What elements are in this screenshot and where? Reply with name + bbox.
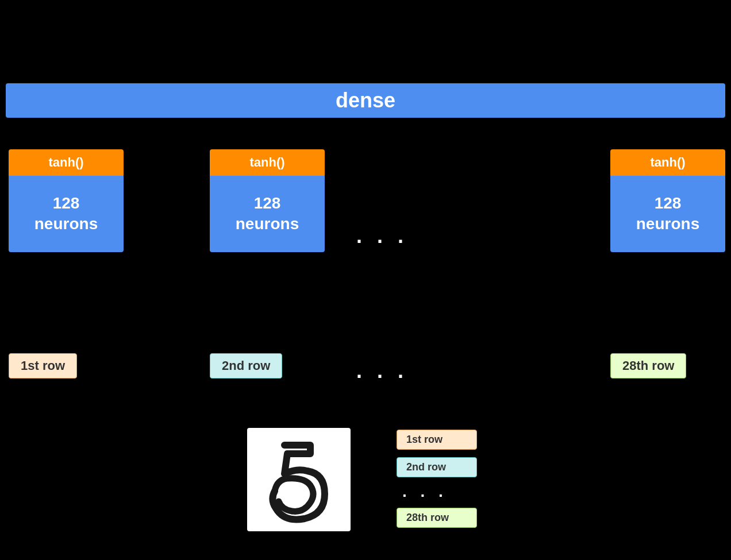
- row-label-2nd-top: 2nd row: [210, 353, 282, 379]
- legend-label-2nd: 2nd row: [397, 457, 477, 477]
- row-label-28th-top: 28th row: [610, 353, 686, 379]
- legend-label-28th: 28th row: [397, 508, 477, 528]
- neuron-count-1: 128 neurons: [9, 176, 124, 252]
- row-label-1st-top: 1st row: [9, 353, 77, 379]
- digit-5-svg: [253, 434, 345, 526]
- neuron-block-2: tanh() 128 neurons: [210, 149, 325, 252]
- dense-bar: dense: [6, 83, 725, 118]
- dense-label: dense: [336, 88, 395, 113]
- neuron-count-2: 128 neurons: [210, 176, 325, 252]
- dots-middle-top: . . .: [356, 224, 408, 248]
- dots-middle-bottom: . . .: [356, 359, 408, 383]
- activation-label-1: tanh(): [9, 149, 124, 176]
- legend-label-1st: 1st row: [397, 430, 477, 450]
- neuron-block-1: tanh() 128 neurons: [9, 149, 124, 252]
- digit-image: [247, 428, 351, 531]
- activation-label-2: tanh(): [210, 149, 325, 176]
- neuron-count-3: 128 neurons: [610, 176, 725, 252]
- neuron-block-3: tanh() 128 neurons: [610, 149, 725, 252]
- dots-legend: . . .: [402, 482, 448, 501]
- activation-label-3: tanh(): [610, 149, 725, 176]
